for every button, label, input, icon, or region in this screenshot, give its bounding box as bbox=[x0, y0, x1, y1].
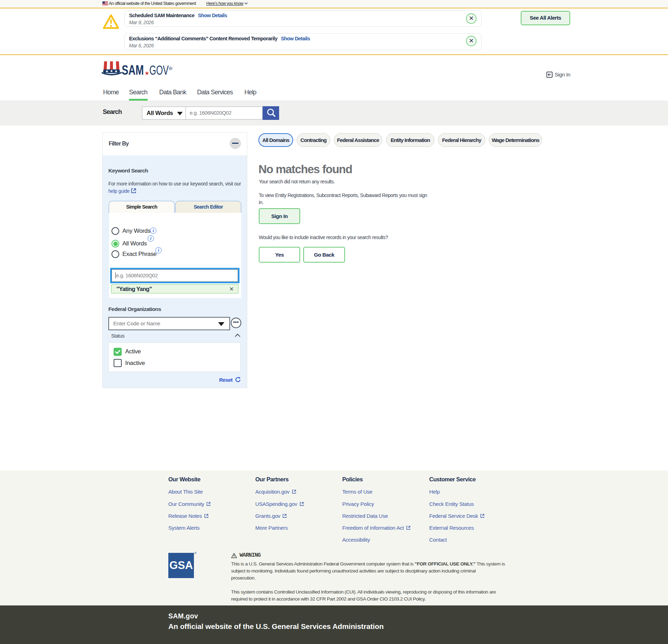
svg-text:GOV: GOV bbox=[149, 63, 169, 77]
svg-text:SAM: SAM bbox=[122, 62, 144, 77]
svg-text:R: R bbox=[170, 67, 172, 70]
